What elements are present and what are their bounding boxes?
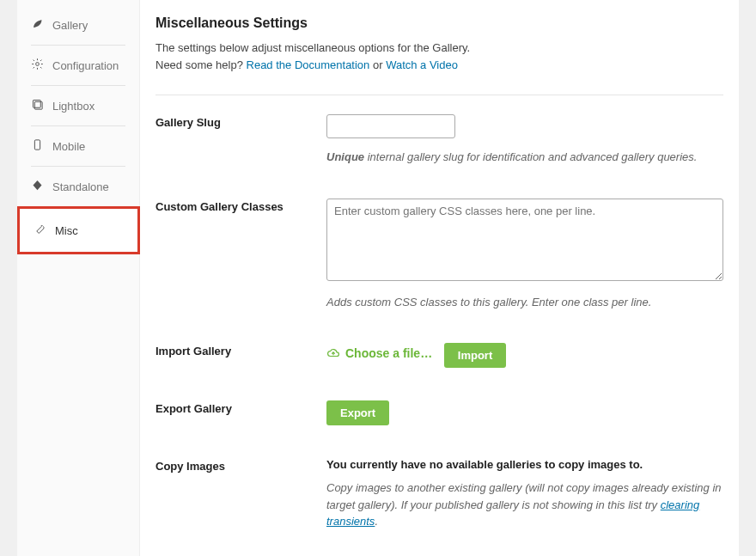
svg-rect-2 [34,101,42,109]
field-label: Export Gallery [155,400,326,415]
sidebar-item-misc[interactable]: Misc [20,209,137,252]
lightbox-icon [31,98,44,113]
import-button[interactable]: Import [444,343,506,368]
doc-link[interactable]: Read the Documentation [247,58,370,71]
helper-bold: Unique [326,150,364,163]
field-export-gallery: Export Gallery Export [155,400,723,425]
main-content: Miscellaneous Settings The settings belo… [140,0,739,556]
sidebar-item-lightbox[interactable]: Lightbox [17,86,139,125]
wrench-icon [34,223,46,238]
leaf-icon [31,17,44,33]
highlight-box: Misc [17,206,140,254]
sidebar-item-label: Gallery [52,19,88,32]
sidebar-item-configuration[interactable]: Configuration [17,46,139,85]
field-custom-classes: Custom Gallery Classes Adds custom CSS c… [155,199,723,311]
intro-help-prefix: Need some help? [155,58,247,71]
gear-icon [31,58,44,73]
field-label: Custom Gallery Classes [155,199,326,213]
sidebar-item-label: Configuration [52,59,119,72]
field-gallery-slug: Gallery Slug Unique internal gallery slu… [155,114,723,166]
svg-point-5 [42,226,43,227]
intro-text: The settings below adjust miscellaneous … [155,40,723,74]
field-label: Copy Images [155,458,326,473]
field-label: Gallery Slug [155,114,326,129]
choose-file-link[interactable]: Choose a file… [326,346,432,360]
svg-rect-1 [34,101,41,108]
intro-line1: The settings below adjust miscellaneous … [155,41,470,54]
diamond-icon [31,179,44,194]
field-label: Import Gallery [155,343,326,357]
helper-text: Adds custom CSS classes to this gallery.… [326,294,723,311]
sidebar-item-label: Standalone [52,180,109,193]
sidebar-item-label: Misc [55,224,78,237]
svg-rect-3 [34,140,40,150]
sidebar: Gallery Configuration Lightbox Mobile [17,0,140,556]
helper-text: Unique internal gallery slug for identif… [326,149,723,166]
sidebar-item-label: Lightbox [52,100,94,113]
page-title: Miscellaneous Settings [155,15,723,31]
classes-textarea[interactable] [326,199,723,281]
divider [155,95,723,95]
choose-file-label: Choose a file… [345,346,432,360]
cloud-upload-icon [326,347,340,359]
helper-rest: internal gallery slug for identification… [364,150,697,163]
svg-point-0 [36,63,40,66]
sidebar-item-standalone[interactable]: Standalone [17,167,139,206]
video-link[interactable]: Watch a Video [386,58,458,71]
sidebar-item-gallery[interactable]: Gallery [17,5,139,45]
helper-text: Copy images to another existing gallery … [326,480,723,530]
mobile-icon [31,138,44,154]
sidebar-item-label: Mobile [52,140,85,153]
export-button[interactable]: Export [326,400,389,425]
field-import-gallery: Import Gallery Choose a file… Import [155,343,723,368]
copy-helper-part2: . [375,515,378,528]
sidebar-item-mobile[interactable]: Mobile [17,126,139,166]
slug-input[interactable] [326,114,455,138]
intro-or: or [369,58,386,71]
field-copy-images: Copy Images You currently have no availa… [155,458,723,530]
copy-title: You currently have no available gallerie… [326,458,723,471]
